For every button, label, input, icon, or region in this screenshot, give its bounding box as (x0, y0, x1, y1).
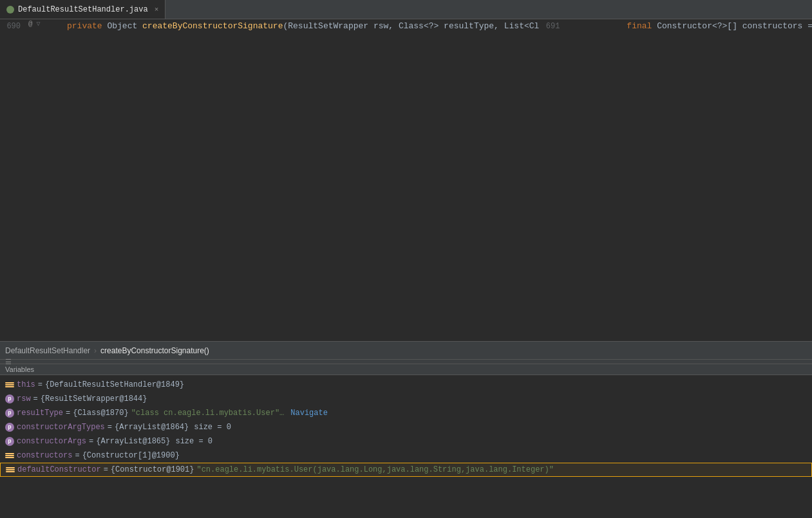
code-editor: 690 @ ▽ private Object createByConstruct… (0, 19, 812, 341)
var-value: {ResultSetWrapper@1844} (41, 394, 147, 403)
breadcrumb-separator: › (94, 346, 97, 355)
var-name: constructorArgTypes (17, 423, 105, 432)
tab-close-button[interactable]: × (155, 6, 159, 14)
var-name: constructors (17, 451, 72, 460)
table-row: 690 @ ▽ private Object createByConstruct… (0, 19, 539, 33)
var-name: defaultConstructor (17, 465, 101, 474)
tab-label: DefaultResultSetHandler.java (18, 5, 148, 14)
var-value: {Constructor[1]@1900} (82, 451, 180, 460)
var-equals: = (38, 380, 42, 389)
var-name: constructorArgs (17, 437, 86, 446)
table-row: 691 final Constructor<?>[] constructors … (539, 19, 812, 33)
list-item: p rsw = {ResultSetWrapper@1844} (0, 392, 812, 406)
list-item: p constructorArgs = {ArrayList@1865} siz… (0, 434, 812, 449)
list-item: p constructorArgTypes = {ArrayList@1864}… (0, 420, 812, 434)
list-item: p resultType = {Class@1870} "class cn.ea… (0, 406, 812, 420)
list-item: defaultConstructor = {Constructor@1901} … (0, 463, 812, 477)
annotation-marker: @ (28, 20, 33, 28)
var-equals: = (104, 465, 108, 474)
variable-icon-this (5, 380, 14, 389)
variables-panel: Variables this = {DefaultResultSetHandle… (0, 364, 812, 518)
java-file-icon (6, 6, 14, 14)
var-equals: = (89, 437, 93, 446)
variable-icon-p: p (5, 409, 14, 418)
fold-marker[interactable]: ▽ (34, 19, 43, 28)
tab-bar: DefaultResultSetHandler.java × (0, 0, 812, 19)
variable-icon-p: p (5, 437, 14, 446)
panel-splitter[interactable]: ☰ (0, 359, 812, 364)
code-line: private Object createByConstructorSignat… (64, 19, 539, 32)
tab-defaultresultsethandler[interactable]: DefaultResultSetHandler.java × (0, 0, 165, 19)
variable-icon-p: p (5, 394, 14, 403)
var-value: {DefaultResultSetHandler@1849} (45, 380, 184, 389)
panel-header: Variables (0, 364, 812, 375)
variable-icon-stack (5, 451, 14, 460)
code-line: final Constructor<?>[] constructors = re… (603, 19, 812, 32)
list-item: constructors = {Constructor[1]@1900} (0, 449, 812, 463)
code-container: 690 @ ▽ private Object createByConstruct… (0, 19, 812, 341)
variables-list: this = {DefaultResultSetHandler@1849} p … (0, 375, 812, 518)
var-size: size = 0 (194, 423, 231, 432)
line-number: 691 (539, 19, 565, 32)
var-string-value: "class cn.eagle.li.mybatis.User"… (131, 409, 285, 418)
navigate-link[interactable]: Navigate (290, 409, 328, 418)
variable-icon-p: p (5, 423, 14, 432)
var-equals: = (33, 394, 38, 403)
list-item: this = {DefaultResultSetHandler@1849} (0, 378, 812, 392)
var-equals: = (75, 451, 79, 460)
var-equals: = (108, 423, 112, 432)
breadcrumb-method[interactable]: createByConstructorSignature() (100, 346, 209, 355)
breadcrumb: DefaultResultSetHandler › createByConstr… (0, 341, 812, 359)
line-indicators: @ ▽ (26, 19, 64, 28)
variable-icon-stack (6, 465, 15, 474)
var-size: size = 0 (175, 437, 212, 446)
breadcrumb-class[interactable]: DefaultResultSetHandler (5, 346, 90, 355)
var-value: {ArrayList@1864} (115, 423, 189, 432)
var-string-value: "cn.eagle.li.mybatis.User(java.lang.Long… (196, 465, 554, 474)
var-equals: = (66, 409, 70, 418)
var-name: rsw (17, 394, 31, 403)
var-value: {Class@1870} (73, 409, 128, 418)
line-number: 690 (0, 19, 26, 32)
var-value: {ArrayList@1865} (96, 437, 170, 446)
var-value: {Constructor@1901} (111, 465, 194, 474)
var-name: this (17, 380, 35, 389)
var-name: resultType (17, 409, 63, 418)
